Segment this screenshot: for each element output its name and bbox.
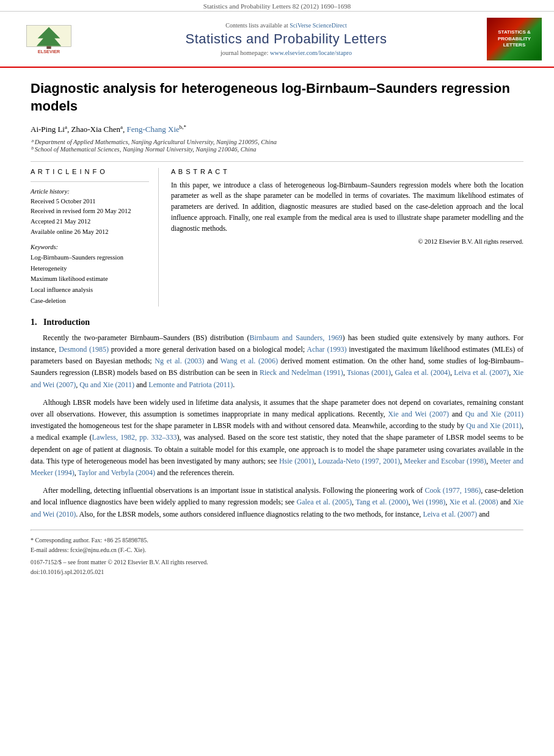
two-col-layout: A R T I C L E I N F O Article history: R… bbox=[31, 168, 523, 307]
journal-title: Statistics and Probability Letters bbox=[86, 31, 487, 47]
ref-cook[interactable]: Cook (1977, 1986) bbox=[425, 486, 481, 495]
keywords-section: Keywords: Log-Birnbaum–Saunders regressi… bbox=[31, 244, 149, 307]
affiliations: ᵃ Department of Applied Mathematics, Nan… bbox=[31, 138, 523, 153]
ref-rieck[interactable]: Rieck and Nedelman (1991) bbox=[260, 368, 343, 377]
ref-leiva2007[interactable]: Leiva et al. (2007) bbox=[454, 368, 509, 377]
ref-louzada[interactable]: Louzada-Neto (1997, 2001) bbox=[318, 457, 400, 465]
keywords-list: Log-Birnbaum–Saunders regression Heterog… bbox=[31, 252, 149, 307]
ref-hsie[interactable]: Hsie (2001) bbox=[279, 457, 314, 465]
article-title: Diagnostic analysis for heterogeneous lo… bbox=[31, 80, 523, 115]
email-note: E-mail address: fcxie@njnu.edu.cn (F.-C.… bbox=[31, 545, 523, 555]
sciverse-link[interactable]: SciVerse ScienceDirect bbox=[290, 22, 347, 29]
keyword-2: Heterogeneity bbox=[31, 263, 149, 274]
ref-xie-wei2[interactable]: Xie and Wei (2007) bbox=[388, 410, 449, 418]
abstract-title: A B S T R A C T bbox=[171, 168, 523, 175]
revised-date: Received in revised form 20 May 2012 bbox=[31, 206, 149, 217]
ref-galea2004[interactable]: Galea et al. (2004) bbox=[395, 368, 450, 377]
history-label: Article history: bbox=[31, 188, 149, 195]
ref-lemonte[interactable]: Lemonte and Patriota (2011) bbox=[148, 380, 233, 389]
ref-desmond[interactable]: Desmond (1985) bbox=[59, 345, 109, 354]
corresponding-note: * Corresponding author. Fax: +86 25 8589… bbox=[31, 536, 523, 545]
ref-tang[interactable]: Tang et al. (2000) bbox=[355, 498, 408, 506]
ref-leiva2007b[interactable]: Leiva et al. (2007) bbox=[423, 510, 477, 518]
abstract-text: In this paper, we introduce a class of h… bbox=[171, 180, 523, 234]
main-content: Diagnostic analysis for heterogeneous lo… bbox=[0, 68, 554, 589]
article-info-col: A R T I C L E I N F O Article history: R… bbox=[31, 168, 159, 307]
ref-ng[interactable]: Ng et al. (2003) bbox=[155, 357, 204, 365]
ref-achar[interactable]: Achar (1993) bbox=[307, 345, 346, 354]
issn-note: 0167-7152/$ – see front matter © 2012 El… bbox=[31, 559, 208, 565]
journal-reference: Statistics and Probability Letters 82 (2… bbox=[203, 2, 351, 10]
header-bar: Statistics and Probability Letters 82 (2… bbox=[0, 0, 554, 12]
ref-wang[interactable]: Wang et al. (2006) bbox=[221, 357, 278, 365]
keyword-1: Log-Birnbaum–Saunders regression bbox=[31, 252, 149, 263]
accepted-date: Accepted 21 May 2012 bbox=[31, 217, 149, 227]
journal-header: ELSEVIER Contents lists available at Sci… bbox=[0, 12, 554, 68]
elsevier-logo-area: ELSEVIER bbox=[12, 23, 86, 56]
elsevier-logo: ELSEVIER bbox=[18, 23, 79, 56]
intro-paragraph-1: Recently the two-parameter Birnbaum–Saun… bbox=[31, 332, 523, 391]
divider-top bbox=[31, 161, 523, 162]
journal-center: Contents lists available at SciVerse Sci… bbox=[86, 22, 487, 56]
intro-paragraph-2: Although LBSR models have been widely us… bbox=[31, 397, 523, 479]
ref-wei[interactable]: Wei (1998) bbox=[412, 498, 445, 506]
ref-taylor[interactable]: Taylor and Verbyla (2004) bbox=[78, 468, 155, 477]
intro-paragraph-3: After modelling, detecting influential o… bbox=[31, 485, 523, 520]
journal-homepage: journal homepage: www.elsevier.com/locat… bbox=[86, 49, 487, 56]
footer-divider bbox=[31, 529, 523, 531]
abstract-col: A B S T R A C T In this paper, we introd… bbox=[171, 168, 523, 307]
ref-xie2008[interactable]: Xie et al. (2008) bbox=[450, 498, 498, 506]
keyword-3: Maximum likelihood estimate bbox=[31, 274, 149, 285]
ref-galea2005[interactable]: Galea et al. (2005) bbox=[297, 498, 352, 506]
ref-qu-xie2[interactable]: Qu and Xie (2011) bbox=[465, 410, 523, 418]
sciverse-line: Contents lists available at SciVerse Sci… bbox=[86, 22, 487, 29]
doi-note: doi:10.1016/j.spl.2012.05.021 bbox=[31, 567, 523, 577]
copyright-notice: © 2012 Elsevier B.V. All rights reserved… bbox=[171, 238, 523, 245]
ref-birnbaum[interactable]: Birnbaum and Saunders, 1969 bbox=[250, 333, 343, 342]
keyword-4: Local influence analysis bbox=[31, 285, 149, 296]
affiliation-a: ᵃ Department of Applied Mathematics, Nan… bbox=[31, 138, 523, 145]
homepage-link[interactable]: www.elsevier.com/locate/stapro bbox=[270, 49, 352, 56]
ref-lawless[interactable]: Lawless, 1982, pp. 332–333 bbox=[92, 433, 177, 442]
author-list: Ai-Ping Lia, Zhao-Xia Chena, Feng-Chang … bbox=[31, 125, 186, 134]
ref-qu-xie3[interactable]: Qu and Xie (2011) bbox=[466, 421, 522, 430]
ref-meeker[interactable]: Meeker and Escobar (1998) bbox=[404, 457, 486, 465]
svg-text:ELSEVIER: ELSEVIER bbox=[38, 48, 60, 54]
journal-logo-right: STATISTICS & PROBABILITY LETTERS bbox=[487, 18, 542, 60]
keyword-5: Case-deletion bbox=[31, 296, 149, 307]
article-info-title: A R T I C L E I N F O bbox=[31, 168, 149, 175]
received-date: Received 5 October 2011 bbox=[31, 197, 149, 207]
ref-qu-xie[interactable]: Qu and Xie (2011) bbox=[79, 380, 134, 389]
ref-tsionas[interactable]: Tsionas (2001) bbox=[347, 368, 391, 377]
introduction-heading: 1. Introduction bbox=[31, 318, 523, 327]
keywords-label: Keywords: bbox=[31, 244, 149, 250]
affiliation-b: ᵇ School of Mathematical Sciences, Nanji… bbox=[31, 145, 523, 153]
authors: Ai-Ping Lia, Zhao-Xia Chena, Feng-Chang … bbox=[31, 123, 523, 134]
footnotes: * Corresponding author. Fax: +86 25 8589… bbox=[31, 536, 523, 577]
author-link-xie[interactable]: Feng-Chang Xie bbox=[127, 125, 180, 134]
divider-info bbox=[31, 181, 149, 182]
available-date: Available online 26 May 2012 bbox=[31, 227, 149, 238]
article-history: Article history: Received 5 October 2011… bbox=[31, 188, 149, 238]
